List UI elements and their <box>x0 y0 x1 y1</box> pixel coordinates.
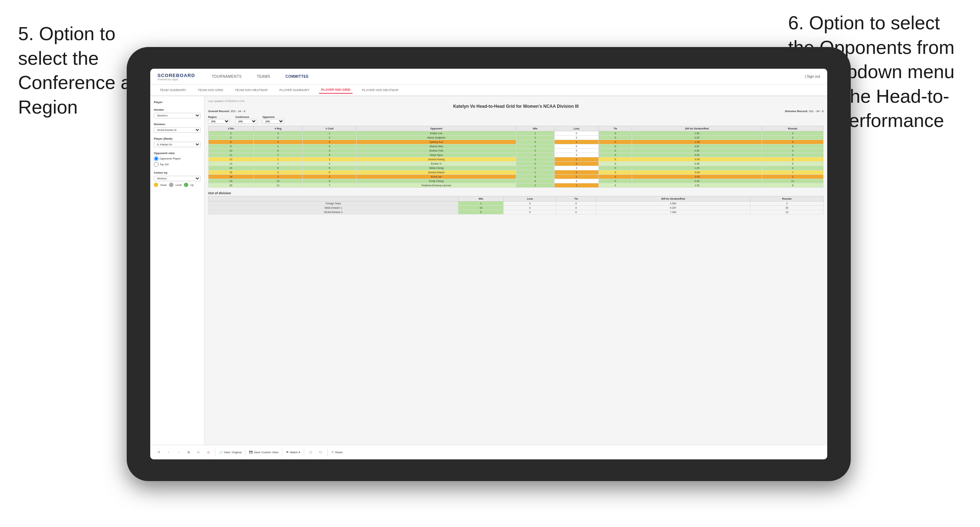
td-loss: 1 <box>554 183 599 188</box>
td-ood-opponent: NAIA Division 1 <box>208 206 458 210</box>
sub-nav-player-h2h-grid[interactable]: PLAYER H2H GRID <box>319 86 353 94</box>
toolbar-undo[interactable]: ↺ <box>156 450 162 455</box>
filter-conference-select[interactable]: (All) <box>235 119 257 124</box>
colour-by-section: Colour by Win/loss Down Level Up <box>154 171 200 187</box>
td-loss: 0 <box>554 136 599 140</box>
td-loss: 2 <box>554 175 599 179</box>
division-section: Division NCAA Division III <box>154 122 200 133</box>
sub-nav-team-h2h-heatmap[interactable]: TEAM H2H HEATMAP <box>233 87 270 93</box>
table-row: 19 10 6 Emily Chang 4 0 0 0.30 11 <box>208 179 824 183</box>
td-diff: 4.00 <box>632 149 762 153</box>
table-row: 5 2 2 Alexis Sudjianto 1 0 0 4.00 3 <box>208 136 824 140</box>
td-reg: 1 <box>253 157 303 162</box>
td-diff: -5.00 <box>632 175 762 179</box>
th-loss: Loss <box>554 126 599 131</box>
td-win: 1 <box>516 170 554 175</box>
player-rank-select[interactable]: 8. Katelyn Vo <box>154 142 200 147</box>
td-ood-loss: 0 <box>504 202 557 206</box>
td-win: 2 <box>516 149 554 153</box>
td-loss: 0 <box>554 166 599 170</box>
division-select[interactable]: NCAA Division III <box>154 127 200 133</box>
td-reg: 3 <box>253 140 303 144</box>
th-ood-tie: Tie <box>557 197 596 202</box>
td-loss: 0 <box>554 144 599 149</box>
td-loss: 0 <box>554 131 599 136</box>
td-conf: 3 <box>303 140 356 144</box>
td-ood-win: 15 <box>458 206 504 210</box>
td-opponent: Eunice Yi <box>356 162 516 166</box>
td-opponent: Heejo Hyun <box>356 153 516 157</box>
toolbar-icon1[interactable]: ⬡ <box>308 450 314 455</box>
td-ood-opponent: Foreign Team <box>208 202 458 206</box>
nav-tournaments[interactable]: TOURNAMENTS <box>210 73 244 80</box>
td-loss: 2 <box>554 162 599 166</box>
dot-up-label: Up <box>191 184 194 186</box>
td-loss: 2 <box>554 170 599 175</box>
gender-select[interactable]: Women's <box>154 113 200 118</box>
dot-down-label: Down <box>161 184 167 186</box>
toolbar-save-custom[interactable]: 💾Save Custom View <box>249 451 278 454</box>
records-row: Overall Record: 353 - 34 - 6 Division Re… <box>208 110 824 113</box>
sub-nav-player-h2h-heatmap[interactable]: PLAYER H2H HEATMAP <box>360 87 401 93</box>
update-text: Last Updated: 27/03/2024 14:34 <box>208 100 824 102</box>
td-reg: 1 <box>253 144 303 149</box>
filter-region-select[interactable]: (All) <box>208 119 230 124</box>
td-rounds: 3 <box>762 140 824 144</box>
toolbar-share[interactable]: ↗Share <box>331 451 342 454</box>
td-ood-diff: 9.267 <box>596 206 751 210</box>
toolbar-view-original[interactable]: 📄View: Original <box>219 451 242 454</box>
td-reg: 2 <box>253 136 303 140</box>
td-conf: 4 <box>303 162 356 166</box>
sub-nav-player-summary[interactable]: PLAYER SUMMARY <box>277 87 312 93</box>
toolbar-refresh[interactable]: ↩ <box>196 450 202 455</box>
sub-nav-team-h2h-grid[interactable]: TEAM H2H GRID <box>196 87 226 93</box>
td-ood-rounds: 10 <box>751 210 824 214</box>
filter-opponent-select[interactable]: (All) <box>262 119 284 124</box>
td-div: 3 <box>208 131 254 136</box>
td-win: 4 <box>516 179 554 183</box>
td-tie: 0 <box>599 175 632 179</box>
toolbar-back[interactable]: ← <box>165 450 172 455</box>
td-ood-diff: 4.500 <box>596 202 751 206</box>
toolbar-divider-2 <box>245 449 245 456</box>
nav-committee[interactable]: COMMITTEE <box>283 73 311 80</box>
toolbar-icon2[interactable]: ⬡ <box>318 450 324 455</box>
td-tie: 0 <box>599 179 632 183</box>
opponent-view-radios: Opponents Played Top 100 <box>154 156 200 167</box>
gender-label: Gender <box>154 108 200 111</box>
td-ood-rounds: 30 <box>751 206 824 210</box>
sign-out-link[interactable]: | Sign out <box>805 75 820 78</box>
bottom-toolbar: ↺ ← → ⊞ ↩ ◷ 📄View: Original 💾Save Custom… <box>150 445 827 459</box>
sub-nav-team-summary[interactable]: TEAM SUMMARY <box>158 87 188 93</box>
td-tie: 0 <box>599 170 632 175</box>
td-diff: 1.33 <box>632 183 762 188</box>
toolbar-clock[interactable]: ◷ <box>205 450 212 455</box>
td-opponent: Esther Lee <box>356 131 516 136</box>
nav-teams[interactable]: TEAMS <box>255 73 272 80</box>
radio-opponents-played[interactable]: Opponents Played <box>154 156 200 161</box>
td-diff: 3.33 <box>632 153 762 157</box>
colour-by-select[interactable]: Win/loss <box>154 176 200 181</box>
player-section: Player <box>154 100 200 104</box>
td-div: 18 <box>208 175 254 179</box>
out-of-division-table: Win Loss Tie Diff Av Strokes/Rnd Rounds … <box>208 196 824 214</box>
td-div: 9 <box>208 144 254 149</box>
toolbar-grid[interactable]: ⊞ <box>186 450 192 455</box>
td-tie: 0 <box>599 153 632 157</box>
td-rounds: 9 <box>762 162 824 166</box>
td-win: 1 <box>516 136 554 140</box>
td-ood-opponent: NCAA Division 2 <box>208 210 458 214</box>
td-reg: 10 <box>253 179 303 183</box>
td-ood-tie: 0 <box>557 206 596 210</box>
ood-table-row: NCAA Division 2 5 0 0 7.400 10 <box>208 210 824 214</box>
td-rounds: 4 <box>762 166 824 170</box>
opponent-view-label: Opponent view <box>154 152 200 155</box>
td-rounds: 11 <box>762 179 824 183</box>
toolbar-watch[interactable]: 👁Watch ▾ <box>286 451 301 454</box>
table-row: 13 1 1 Jessica Huang 1 1 0 -3.00 2 <box>208 157 824 162</box>
td-win: 2 <box>516 183 554 188</box>
toolbar-forward[interactable]: → <box>176 450 182 455</box>
td-rounds: 2 <box>762 157 824 162</box>
radio-top100[interactable]: Top 100 <box>154 162 200 167</box>
td-reg: 2 <box>253 175 303 179</box>
